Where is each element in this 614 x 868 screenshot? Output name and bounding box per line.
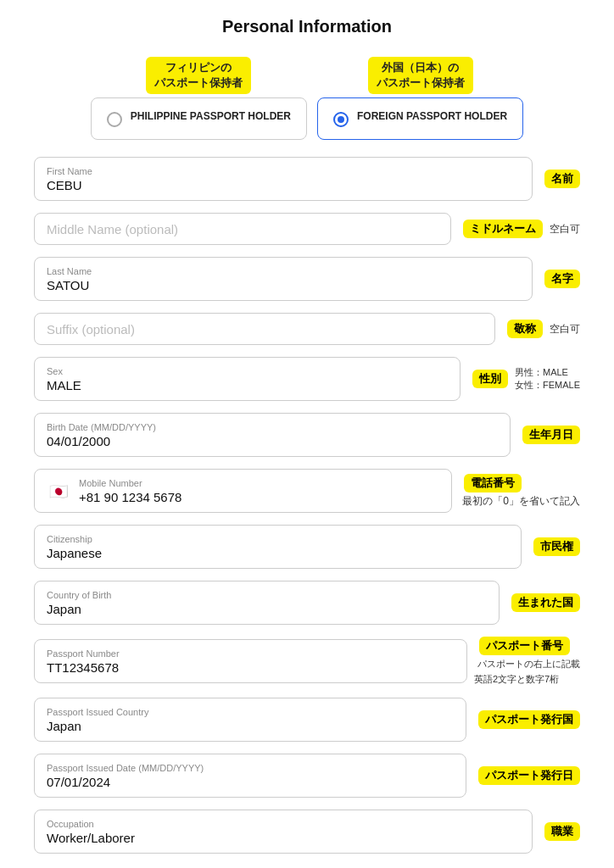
foreign-annotation: 外国（日本）のパスポート保持者 xyxy=(368,57,473,94)
passport-date-field: Passport Issued Date (MM/DD/YYYY) 07/01/… xyxy=(34,754,466,798)
lastname-row: Last Name SATOU 名字 xyxy=(34,257,580,301)
passport-number-annotation: パスポート番号 xyxy=(479,637,570,655)
suffix-note: 空白可 xyxy=(550,322,580,337)
lastname-label: Last Name xyxy=(47,266,520,276)
middlename-row: Middle Name (optional) ミドルネーム 空白可 xyxy=(34,213,580,245)
birthdate-row: Birth Date (MM/DD/YYYY) 04/01/2000 生年月日 xyxy=(34,413,580,457)
mobile-row: 🇯🇵 Mobile Number +81 90 1234 5678 電話番号 最… xyxy=(34,469,580,513)
middlename-placeholder: Middle Name (optional) xyxy=(47,222,178,236)
sex-row: Sex MALE 性別 男性：MALE女性：FEMALE xyxy=(34,357,580,401)
occupation-row: Occupation Worker/Laborer 職業 xyxy=(34,810,580,854)
passport-date-value: 07/01/2024 xyxy=(47,775,110,789)
birthdate-annotation: 生年月日 xyxy=(522,426,580,444)
passport-country-annotation: パスポート発行国 xyxy=(478,710,580,729)
foreign-passport-label: FOREIGN PASSPORT HOLDER xyxy=(357,110,507,124)
birthdate-field: Birth Date (MM/DD/YYYY) 04/01/2000 xyxy=(34,413,511,457)
mobile-label: Mobile Number xyxy=(79,478,181,488)
middlename-annotation: ミドルネーム xyxy=(463,220,543,238)
sex-field: Sex MALE xyxy=(34,357,460,401)
suffix-placeholder: Suffix (optional) xyxy=(47,322,135,337)
country-birth-row: Country of Birth Japan 生まれた国 xyxy=(34,581,580,625)
passport-date-row: Passport Issued Date (MM/DD/YYYY) 07/01/… xyxy=(34,754,580,798)
lastname-value: SATOU xyxy=(47,278,89,292)
mobile-note: 最初の「0」を省いて記入 xyxy=(462,495,580,507)
page-title: Personal Information xyxy=(0,17,614,36)
country-birth-value: Japan xyxy=(47,602,81,616)
firstname-field: First Name CEBU xyxy=(34,157,533,201)
foreign-passport-option[interactable]: FOREIGN PASSPORT HOLDER xyxy=(317,97,523,140)
birthdate-value: 04/01/2000 xyxy=(47,434,110,448)
foreign-radio[interactable] xyxy=(333,112,349,127)
occupation-label: Occupation xyxy=(47,819,520,829)
occupation-annotation: 職業 xyxy=(544,822,580,841)
country-birth-field: Country of Birth Japan xyxy=(34,581,500,625)
passport-number-field: Passport Number TT12345678 xyxy=(34,639,467,683)
passport-date-label: Passport Issued Date (MM/DD/YYYY) xyxy=(47,763,454,773)
middlename-field: Middle Name (optional) xyxy=(34,213,451,245)
mobile-value: +81 90 1234 5678 xyxy=(79,490,181,504)
passport-number-label: Passport Number xyxy=(47,648,455,659)
citizenship-field: Citizenship Japanese xyxy=(34,525,522,569)
passport-selector-section: フィリピンのパスポート保持者 PHILIPPINE PASSPORT HOLDE… xyxy=(34,57,580,140)
middlename-note: 空白可 xyxy=(550,222,580,236)
firstname-row: First Name CEBU 名前 xyxy=(34,157,580,201)
citizenship-label: Citizenship xyxy=(47,534,509,544)
sex-annotation: 性別 xyxy=(472,370,508,388)
passport-country-row: Passport Issued Country Japan パスポート発行国 xyxy=(34,698,580,742)
birthdate-label: Birth Date (MM/DD/YYYY) xyxy=(47,422,498,432)
firstname-annotation: 名前 xyxy=(544,170,580,188)
occupation-field: Occupation Worker/Laborer xyxy=(34,810,533,854)
country-birth-label: Country of Birth xyxy=(47,590,487,600)
citizenship-row: Citizenship Japanese 市民権 xyxy=(34,525,580,569)
philippine-passport-option[interactable]: PHILIPPINE PASSPORT HOLDER xyxy=(91,97,307,140)
passport-country-label: Passport Issued Country xyxy=(47,707,454,717)
passport-number-note: パスポートの右上に記載英語2文字と数字7桁 xyxy=(474,659,580,684)
citizenship-value: Japanese xyxy=(47,546,102,560)
passport-date-annotation: パスポート発行日 xyxy=(478,766,580,785)
flag-icon: 🇯🇵 xyxy=(47,484,70,499)
suffix-annotation: 敬称 xyxy=(507,320,543,338)
passport-number-value: TT12345678 xyxy=(47,660,119,675)
sex-label: Sex xyxy=(47,366,448,376)
philippine-passport-label: PHILIPPINE PASSPORT HOLDER xyxy=(131,110,291,124)
lastname-annotation: 名字 xyxy=(544,270,580,288)
country-birth-annotation: 生まれた国 xyxy=(511,593,580,612)
passport-country-value: Japan xyxy=(47,719,81,733)
firstname-value: CEBU xyxy=(47,178,82,192)
mobile-field: 🇯🇵 Mobile Number +81 90 1234 5678 xyxy=(34,469,452,513)
passport-country-field: Passport Issued Country Japan xyxy=(34,698,466,742)
sex-note: 男性：MALE女性：FEMALE xyxy=(515,366,580,392)
mobile-annotation: 電話番号 xyxy=(464,474,522,492)
philippine-radio[interactable] xyxy=(107,112,122,127)
occupation-value: Worker/Laborer xyxy=(47,831,135,845)
passport-number-row: Passport Number TT12345678 パスポート番号 パスポート… xyxy=(34,637,580,686)
citizenship-annotation: 市民権 xyxy=(533,537,580,556)
suffix-row: Suffix (optional) 敬称 空白可 xyxy=(34,313,580,345)
sex-value: MALE xyxy=(47,378,81,392)
lastname-field: Last Name SATOU xyxy=(34,257,533,301)
suffix-field: Suffix (optional) xyxy=(34,313,495,345)
philippine-annotation: フィリピンのパスポート保持者 xyxy=(146,57,251,94)
firstname-label: First Name xyxy=(47,166,520,176)
